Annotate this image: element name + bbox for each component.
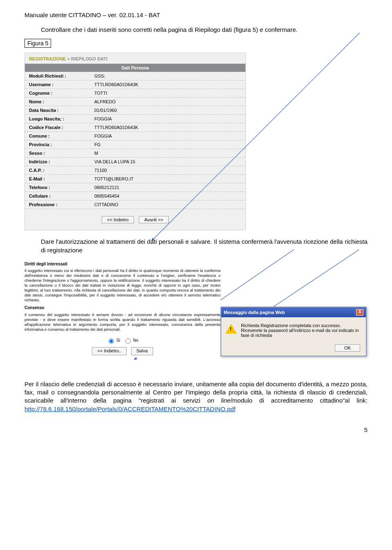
table-row: Luogo Nascita; :FOGGIA — [25, 115, 245, 123]
radio-no[interactable] — [125, 338, 131, 344]
table-row: Indirizzo :VIA DELLA LUPA 15 — [25, 158, 245, 166]
ok-button[interactable]: OK — [335, 344, 360, 352]
table-row: Codice Fiscale :TTTLRD60A01D643K — [25, 123, 245, 132]
table-row: Username :TTTLRD60A01D643K — [25, 80, 245, 89]
radio-no-label: No — [133, 338, 138, 343]
table-row: Data Nascita :01/01/1960 — [25, 106, 245, 115]
breadcrumb-current: REGISTRAZIONE — [29, 56, 66, 61]
consent-screenshot: Diritti degli interessati Il soggetto in… — [24, 262, 220, 358]
consenso-heading: Consenso — [24, 305, 220, 311]
breadcrumb: REGISTRAZIONE > RIEPILOGO DATI — [25, 53, 245, 64]
riepilogo-screenshot: REGISTRAZIONE > RIEPILOGO DATI Dati Pers… — [24, 53, 246, 230]
consent-indietro-button[interactable]: << Indietro.. — [92, 347, 127, 355]
breadcrumb-sep: > — [67, 56, 70, 61]
dialog-title: Messaggio dalla pagina Web — [224, 310, 285, 315]
dialog-msg-line2: Riceverete la password all'indirizzo e-m… — [241, 328, 362, 338]
diritti-text: Il soggetto interessato cui si riferisco… — [24, 268, 220, 302]
table-row: Sesso :M — [25, 149, 245, 158]
table-row: Cognome :TOTTI — [25, 89, 245, 98]
table-header: Dati Persona — [25, 64, 245, 72]
avanti-button[interactable]: Avanti >> — [139, 216, 168, 223]
final-paragraph: Per il rilascio delle credenziali di acc… — [24, 380, 368, 413]
intro-text: Controllare che i dati inseriti sono cor… — [41, 26, 368, 34]
radio-si[interactable] — [109, 338, 114, 344]
table-row: Comune :FOGGIA — [25, 132, 245, 140]
breadcrumb-next: RIEPILOGO DATI — [71, 56, 107, 61]
mid-text: Dare l'autorizzazione al trattamenti dei… — [41, 238, 368, 254]
table-row: E-Mail :TOTTI@LIBERO.IT — [25, 175, 245, 183]
salva-button[interactable]: Salva — [131, 347, 153, 355]
close-icon[interactable]: X — [356, 309, 363, 316]
diritti-heading: Diritti degli interessati — [24, 262, 220, 267]
table-row: Professione :CITTADINO — [25, 200, 245, 209]
dialog-msg-line1: Richiesta Registrazione completata con s… — [241, 323, 362, 328]
dati-persona-table: Dati Persona Moduli Richiesti :GSS; User… — [25, 64, 245, 209]
accreditamento-link[interactable]: http://78.6.168.150/portale/Portals/0/AC… — [24, 405, 236, 412]
table-row: Provincia :FG — [25, 140, 245, 149]
warning-icon — [225, 324, 237, 334]
table-row: Telefono :0885212121 — [25, 183, 245, 192]
page-number: 5 — [0, 421, 392, 436]
success-dialog: Messaggio dalla pagina Web X Richiesta R… — [220, 307, 367, 356]
svg-line-2 — [261, 249, 359, 315]
table-row: Moduli Richiesti :GSS; — [25, 72, 245, 80]
figure-label: Figura 5 — [24, 39, 51, 48]
indietro-button[interactable]: << Indietro — [102, 216, 134, 223]
table-row: C.A.P. :71100 — [25, 166, 245, 175]
table-row: Nome :ALFREDO — [25, 98, 245, 106]
doc-header: Manuale utente CITTADINO – ver. 02.01.14… — [24, 11, 368, 18]
consent-radio-group[interactable]: Si No — [24, 335, 220, 346]
table-row: Cellulare :0885545454 — [25, 192, 245, 200]
consenso-text: Il consenso del soggetto interessato è s… — [24, 312, 220, 332]
radio-si-label: Si — [116, 338, 120, 343]
